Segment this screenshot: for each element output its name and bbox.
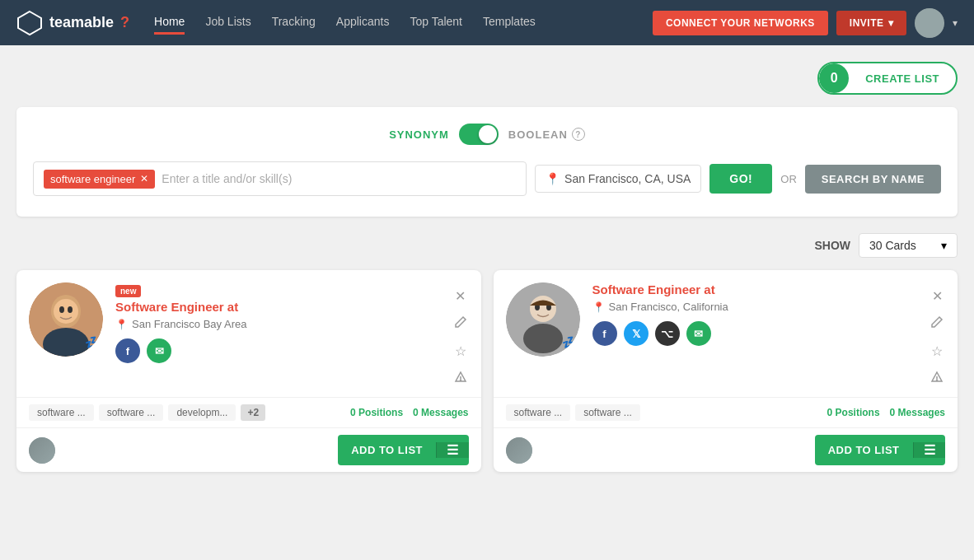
nav-top-talent[interactable]: Top Talent xyxy=(410,11,462,35)
svg-point-4 xyxy=(54,299,78,324)
location-icon-2: 📍 xyxy=(592,301,605,313)
candidate-card-2: 💤 Software Engineer at 📍 San Francisco, … xyxy=(494,270,958,472)
facebook-button-2[interactable]: f xyxy=(592,321,617,346)
footer-avatar-img-2 xyxy=(506,437,532,464)
location-icon-1: 📍 xyxy=(115,319,128,330)
logo-icon xyxy=(16,10,43,36)
card-1-footer: ADD TO LIST ☰ xyxy=(16,427,481,472)
alert-button-1[interactable] xyxy=(452,369,469,389)
connect-networks-button[interactable]: CONNECT YOUR NETWORKS xyxy=(653,11,828,35)
logo-question: ? xyxy=(120,14,129,31)
show-controls: SHOW 30 Cards ▾ xyxy=(16,233,958,258)
card-2-avatar-col: 💤 xyxy=(506,282,580,389)
tag-software-3[interactable]: software ... xyxy=(506,404,571,421)
svg-point-10 xyxy=(530,296,556,322)
card-2-footer-avatar xyxy=(506,437,532,464)
card-1-avatar-col: 💤 xyxy=(29,282,103,389)
nav-tracking[interactable]: Tracking xyxy=(272,11,316,35)
header: teamable ? Home Job Lists Tracking Appli… xyxy=(0,0,974,45)
card-2-tags: software ... software ... 0 Positions 0 … xyxy=(494,397,958,427)
nav-applicants[interactable]: Applicants xyxy=(336,11,390,35)
invite-button[interactable]: INVITE ▾ xyxy=(836,11,906,35)
card-1-tags: software ... software ... developm... +2… xyxy=(16,397,481,427)
card-1-actions: ✕ ☆ xyxy=(452,282,469,389)
card-1-body: 💤 new Software Engineer at 📍 San Francis… xyxy=(16,270,481,397)
add-to-list-button-2[interactable]: ADD TO LIST ☰ xyxy=(815,435,945,465)
tag-software-2[interactable]: software ... xyxy=(99,404,164,421)
cards-select-chevron-icon: ▾ xyxy=(941,239,947,252)
card-2-social: f 𝕏 ⌥ ✉ xyxy=(592,321,917,346)
tag-software-4[interactable]: software ... xyxy=(575,404,640,421)
card-2-info: Software Engineer at 📍 San Francisco, Ca… xyxy=(592,282,917,389)
card-2-footer: ADD TO LIST ☰ xyxy=(494,427,958,472)
svg-point-5 xyxy=(59,306,64,313)
search-by-name-button[interactable]: SEARCH BY NAME xyxy=(805,165,941,194)
add-to-list-button-1[interactable]: ADD TO LIST ☰ xyxy=(338,435,468,465)
svg-point-6 xyxy=(68,306,73,313)
add-to-list-arrow-1: ☰ xyxy=(436,442,469,458)
card-2-actions: ✕ ☆ xyxy=(929,282,945,389)
search-tag-software-engineer: software engineer ✕ xyxy=(44,170,155,189)
card-2-positions-info: 0 Positions 0 Messages xyxy=(827,407,945,418)
card-1-social: f ✉ xyxy=(115,338,440,363)
card-1-location: 📍 San Francisco Bay Area xyxy=(115,318,440,330)
nav-job-lists[interactable]: Job Lists xyxy=(205,11,251,35)
close-button-1[interactable]: ✕ xyxy=(453,287,467,306)
nav-templates[interactable]: Templates xyxy=(483,11,536,35)
show-label: SHOW xyxy=(814,239,850,252)
candidate-card-1: 💤 new Software Engineer at 📍 San Francis… xyxy=(16,270,481,472)
star-button-2[interactable]: ☆ xyxy=(930,342,944,361)
alert-button-2[interactable] xyxy=(929,369,945,389)
svg-marker-0 xyxy=(18,12,41,35)
card-2-name[interactable]: Software Engineer at xyxy=(592,282,917,296)
logo[interactable]: teamable ? xyxy=(16,10,129,36)
card-1-footer-avatar xyxy=(29,437,55,464)
create-list-count: 0 xyxy=(819,63,849,93)
svg-point-15 xyxy=(937,380,938,380)
star-button-1[interactable]: ☆ xyxy=(453,342,468,361)
cards-per-page-value: 30 Cards xyxy=(869,239,934,252)
synonym-toggle-switch[interactable] xyxy=(459,124,499,145)
svg-point-8 xyxy=(460,380,461,380)
search-placeholder: Enter a title and/or skill(s) xyxy=(162,172,292,185)
github-button-2[interactable]: ⌥ xyxy=(655,321,680,346)
search-tag-close[interactable]: ✕ xyxy=(140,173,148,184)
user-chevron-down-icon[interactable]: ▾ xyxy=(953,17,958,29)
synonym-label: SYNONYM xyxy=(389,128,449,141)
positions-count-1: 0 Positions xyxy=(350,407,403,418)
boolean-help-icon[interactable]: ? xyxy=(572,128,585,141)
card-1-avatar: 💤 xyxy=(29,282,103,357)
footer-avatar-img-1 xyxy=(29,437,55,464)
card-2-body: 💤 Software Engineer at 📍 San Francisco, … xyxy=(494,270,958,397)
messages-count-2: 0 Messages xyxy=(890,407,945,418)
user-avatar[interactable] xyxy=(915,8,944,38)
edit-button-1[interactable] xyxy=(452,314,469,334)
edit-button-2[interactable] xyxy=(929,314,945,334)
toggle-knob xyxy=(479,125,497,143)
go-button[interactable]: GO! xyxy=(709,164,772,194)
close-button-2[interactable]: ✕ xyxy=(930,287,944,306)
sleep-icon-1: 💤 xyxy=(85,334,101,350)
card-1-name[interactable]: Software Engineer at xyxy=(115,300,440,314)
tag-software-1[interactable]: software ... xyxy=(29,404,94,421)
twitter-button-2[interactable]: 𝕏 xyxy=(624,321,649,346)
facebook-button-1[interactable]: f xyxy=(115,338,140,363)
search-row: software engineer ✕ Enter a title and/or… xyxy=(33,161,941,196)
search-tags-input[interactable]: software engineer ✕ Enter a title and/or… xyxy=(33,161,527,196)
card-2-avatar: 💤 xyxy=(506,282,580,357)
create-list-bar: 0 CREATE LIST xyxy=(16,62,958,95)
user-avatar-image xyxy=(915,8,944,38)
invite-chevron-icon: ▾ xyxy=(888,17,894,29)
create-list-label: CREATE LIST xyxy=(849,72,956,85)
nav-home[interactable]: Home xyxy=(154,11,185,35)
boolean-label: BOOLEAN ? xyxy=(508,128,585,141)
cards-per-page-select[interactable]: 30 Cards ▾ xyxy=(859,233,958,258)
sleep-icon-2: 💤 xyxy=(562,334,578,350)
logo-text: teamable xyxy=(49,14,114,31)
location-input[interactable]: 📍 San Francisco, CA, USA xyxy=(535,165,701,193)
email-button-1[interactable]: ✉ xyxy=(147,338,171,363)
tag-more-1[interactable]: +2 xyxy=(241,404,265,421)
create-list-button[interactable]: 0 CREATE LIST xyxy=(817,62,958,95)
email-button-2[interactable]: ✉ xyxy=(686,321,711,346)
tag-developm-1[interactable]: developm... xyxy=(168,404,236,421)
